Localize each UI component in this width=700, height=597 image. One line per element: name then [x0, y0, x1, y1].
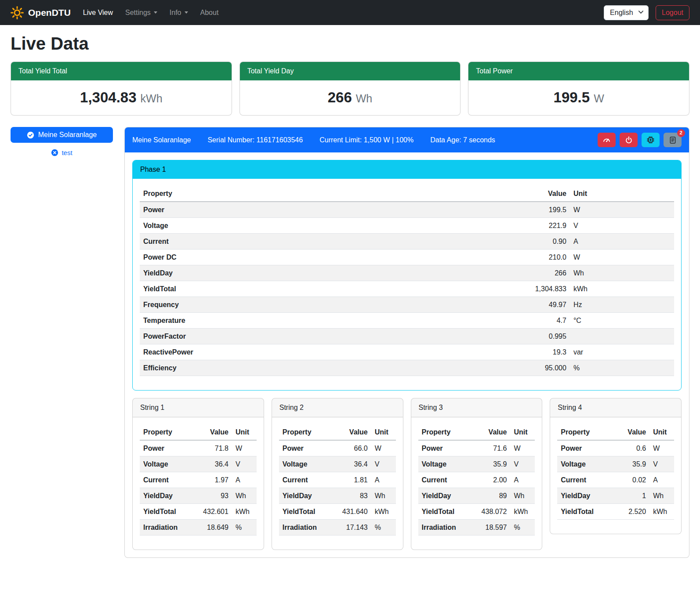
unit-cell: kWh [510, 504, 535, 520]
value-cell: 49.97 [417, 297, 570, 313]
column-header-unit: Unit [232, 424, 257, 440]
property-cell: YieldTotal [418, 504, 468, 520]
string-table-head: Property Value Unit [418, 424, 535, 440]
table-row: ReactivePower 19.3 var [140, 344, 674, 360]
value-cell: 18.649 [189, 520, 232, 535]
value-cell: 1,304.833 [417, 281, 570, 297]
column-header-value: Value [417, 186, 570, 202]
table-row: Voltage 36.4 V [279, 456, 396, 472]
unit-cell: Wh [649, 488, 674, 504]
total-yield-total-card: Total Yield Total 1,304.83kWh [11, 62, 232, 116]
string-table-body: Power 71.6 W Voltage 35.9 V Current [418, 440, 535, 535]
card-title: Total Yield Total [11, 62, 232, 80]
brand-link[interactable]: OpenDTU [11, 6, 71, 19]
nav-info[interactable]: Info [163, 5, 194, 20]
table-row: Efficiency 95.000 % [140, 360, 674, 376]
unit-cell: % [510, 520, 535, 535]
limit-settings-button[interactable] [598, 133, 616, 147]
table-row: YieldDay 1 Wh [557, 488, 674, 504]
property-cell: YieldDay [418, 488, 468, 504]
string-card-title: String 2 [272, 398, 403, 417]
strings-row: String 1 Property Value Unit [132, 398, 682, 550]
string-1-card: String 1 Property Value Unit [132, 398, 264, 550]
phase-card: Phase 1 Property Value Unit [132, 160, 682, 391]
inverter-select-button[interactable]: Meine Solaranlage [11, 127, 113, 143]
chevron-down-icon [154, 11, 157, 14]
language-select[interactable]: English [604, 5, 649, 20]
inverter-name: Meine Solaranlage [132, 136, 191, 144]
property-cell: Current [418, 472, 468, 488]
string-card-body: Property Value Unit Power 66.0 [272, 417, 403, 550]
value-cell: 0.90 [417, 234, 570, 250]
nav-about[interactable]: About [194, 5, 225, 20]
nav-settings[interactable]: Settings [119, 5, 163, 20]
string-table-head: Property Value Unit [557, 424, 674, 440]
card-value-row: 266Wh [240, 80, 461, 115]
card-unit: kWh [141, 92, 163, 105]
property-cell: YieldDay [140, 488, 189, 504]
table-row: Power DC 210.0 W [140, 250, 674, 265]
table-row: Current 1.81 A [279, 472, 396, 488]
device-info-button[interactable] [642, 133, 660, 147]
power-toggle-button[interactable] [620, 133, 638, 147]
card-value: 1,304.83 [80, 89, 136, 105]
string-card-title: String 4 [550, 398, 681, 417]
value-cell: 438.072 [467, 504, 510, 520]
table-row: Irradiation 18.597 % [418, 520, 535, 535]
value-cell: 1.97 [189, 472, 232, 488]
inverter-actions: 2 [598, 133, 682, 147]
column-header-value: Value [328, 424, 371, 440]
inverter-item-test[interactable]: test [11, 149, 113, 156]
unit-cell: Hz [570, 297, 674, 313]
property-cell: Irradiation [279, 520, 328, 535]
table-row: YieldDay 266 Wh [140, 265, 674, 281]
string-3-card: String 3 Property Value Unit [411, 398, 543, 550]
column-header-property: Property [279, 424, 328, 440]
string-table: Property Value Unit Power 71.6 [418, 424, 535, 535]
property-cell: Power [418, 440, 468, 456]
card-unit: Wh [356, 92, 373, 105]
value-cell: 18.597 [467, 520, 510, 535]
property-cell: Voltage [418, 456, 468, 472]
table-row: Current 2.00 A [418, 472, 535, 488]
logout-button[interactable]: Logout [656, 5, 689, 20]
value-cell: 17.143 [328, 520, 371, 535]
unit-cell: V [570, 218, 674, 234]
string-card-title: String 3 [411, 398, 542, 417]
column-header-unit: Unit [371, 424, 396, 440]
table-header-row: Property Value Unit [140, 186, 674, 202]
power-icon [625, 136, 633, 144]
property-cell: ReactivePower [140, 344, 417, 360]
property-cell: Current [140, 472, 189, 488]
total-yield-day-card: Total Yield Day 266Wh [239, 62, 461, 116]
unit-cell: Wh [510, 488, 535, 504]
property-cell: YieldTotal [279, 504, 328, 520]
value-cell: 1 [606, 488, 649, 504]
property-cell: YieldDay [140, 265, 417, 281]
table-row: YieldDay 83 Wh [279, 488, 396, 504]
unit-cell: Wh [371, 488, 396, 504]
event-log-button[interactable]: 2 [664, 133, 682, 147]
inverter-card-header: Meine Solaranlage Serial Number: 1161716… [125, 127, 689, 152]
phase-card-body: Property Value Unit Power 199.5 [133, 179, 681, 390]
value-cell: 1.81 [328, 472, 371, 488]
column-header-value: Value [606, 424, 649, 440]
table-row: YieldTotal 432.601 kWh [140, 504, 257, 520]
inverter-item-test-label: test [62, 149, 72, 156]
table-row: YieldTotal 438.072 kWh [418, 504, 535, 520]
page-title: Live Data [11, 34, 689, 54]
card-value-row: 199.5W [468, 80, 689, 115]
phase-table: Property Value Unit Power 199.5 [140, 186, 674, 376]
inverter-data-age: Data Age: 7 seconds [430, 136, 495, 144]
property-cell: Voltage [279, 456, 328, 472]
nav-live-view[interactable]: Live View [77, 5, 119, 20]
table-row: Current 0.02 A [557, 472, 674, 488]
property-cell: Frequency [140, 297, 417, 313]
total-power-card: Total Power 199.5W [468, 62, 689, 116]
string-2-card: String 2 Property Value Unit [272, 398, 403, 550]
property-cell: PowerFactor [140, 329, 417, 344]
string-card-body: Property Value Unit Power 71.6 [411, 417, 542, 550]
string-table: Property Value Unit Power 66.0 [279, 424, 396, 535]
value-cell: 199.5 [417, 202, 570, 218]
nav-settings-label: Settings [125, 9, 151, 17]
